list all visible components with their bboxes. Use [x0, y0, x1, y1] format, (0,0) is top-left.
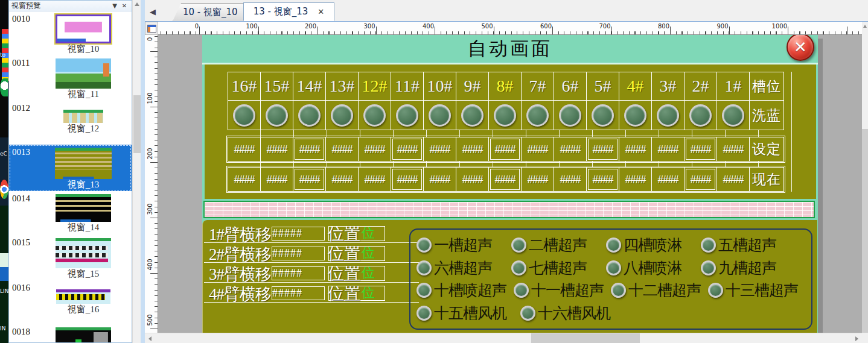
now-value-12[interactable]: ####	[619, 167, 652, 192]
indicator-lamp[interactable]	[416, 306, 432, 321]
indicator-lamp[interactable]	[416, 283, 432, 298]
slot-lamp-9[interactable]	[526, 104, 549, 127]
now-value-7[interactable]: ####	[456, 167, 489, 192]
slot-header-8[interactable]: 8#	[488, 72, 522, 101]
indicator-r2-c2[interactable]: 十二槽超声	[611, 280, 708, 300]
scroll-left-arrow-icon[interactable]	[148, 336, 152, 341]
window-thumbnail[interactable]	[56, 238, 111, 268]
scroll-up-arrow-icon[interactable]	[135, 2, 139, 6]
design-canvas[interactable]: 自动画面 ✕ 16#15#14#13#12#11#10#9#8#7#6#5#4#…	[158, 35, 862, 333]
sidebar-item-0010[interactable]: 0010視窗_10	[9, 11, 132, 55]
horizontal-scrollbar-thumb[interactable]	[531, 333, 640, 343]
set-value-2[interactable]: ####	[293, 137, 326, 162]
set-value-0[interactable]: ####	[228, 137, 261, 162]
set-value-13[interactable]: ####	[651, 137, 685, 162]
slot-header-12[interactable]: 12#	[358, 72, 391, 101]
slot-header-9[interactable]: 9#	[456, 72, 489, 101]
tab-0[interactable]: 10 - 視窗_10	[173, 3, 248, 21]
set-value-9[interactable]: ####	[521, 137, 554, 162]
slot-lamp-0[interactable]	[233, 104, 255, 127]
slot-header-3[interactable]: 3#	[651, 72, 685, 101]
set-value-7[interactable]: ####	[456, 137, 489, 162]
panel-close-icon[interactable]: ✕	[120, 2, 129, 9]
sidebar-scrollbar[interactable]	[132, 0, 141, 343]
sidebar-item-0015[interactable]: 0015視窗_15	[9, 235, 132, 280]
desktop-chrome-icon[interactable]	[0, 180, 8, 199]
indicator-lamp[interactable]	[611, 283, 626, 298]
set-value-14[interactable]: ####	[684, 137, 717, 162]
indicator-r1-c3[interactable]: 九槽超声	[701, 258, 796, 278]
slot-lamp-4[interactable]	[363, 104, 386, 127]
arm-position-display[interactable]: 位置位	[328, 226, 385, 241]
arm-value-display[interactable]: #####	[272, 266, 325, 280]
set-value-12[interactable]: ####	[619, 137, 652, 162]
sidebar-item-0013[interactable]: 0013視窗_13	[9, 145, 132, 191]
now-value-2[interactable]: ####	[293, 167, 326, 192]
set-value-11[interactable]: ####	[586, 137, 619, 162]
indicator-lamp[interactable]	[416, 260, 432, 275]
slot-header-15[interactable]: 15#	[260, 72, 293, 101]
arm-value-display[interactable]: #####	[272, 247, 325, 260]
window-thumbnail[interactable]	[56, 194, 111, 222]
set-value-8[interactable]: ####	[488, 137, 522, 162]
slot-lamp-5[interactable]	[396, 104, 418, 127]
indicator-lamp[interactable]	[708, 283, 723, 298]
indicator-r0-c3[interactable]: 五槽超声	[701, 235, 796, 255]
slot-lamp-12[interactable]	[624, 104, 646, 127]
desktop-green-app-icon[interactable]	[0, 78, 8, 96]
sidebar-item-0016[interactable]: 0016視窗_16	[9, 280, 132, 324]
window-thumbnail[interactable]	[63, 110, 103, 123]
panel-collapse-icon[interactable]: ▼	[110, 2, 120, 9]
slot-lamp-10[interactable]	[559, 104, 581, 127]
set-value-5[interactable]: ####	[391, 137, 424, 162]
indicator-lamp[interactable]	[520, 306, 535, 321]
slot-header-10[interactable]: 10#	[423, 72, 456, 101]
set-value-6[interactable]: ####	[423, 137, 456, 162]
window-thumbnail[interactable]	[56, 14, 111, 43]
slot-header-4[interactable]: 4#	[619, 72, 652, 101]
set-value-3[interactable]: ####	[325, 137, 359, 162]
indicator-lamp[interactable]	[511, 238, 526, 253]
slot-lamp-8[interactable]	[494, 104, 516, 127]
indicator-r2-c0[interactable]: 十槽喷超声	[416, 280, 514, 300]
window-thumbnail[interactable]	[55, 148, 112, 179]
slot-lamp-13[interactable]	[657, 104, 679, 127]
indicator-r2-c1[interactable]: 十一槽超声	[514, 280, 611, 300]
set-value-1[interactable]: ####	[260, 137, 293, 162]
pane-splitter[interactable]	[141, 0, 145, 343]
indicator-lamp[interactable]	[416, 238, 432, 253]
arm-value-display[interactable]: #####	[272, 227, 325, 241]
indicator-r0-c1[interactable]: 二槽超声	[511, 235, 606, 255]
slot-lamp-1[interactable]	[266, 104, 288, 127]
sidebar-item-0018[interactable]: 0018	[9, 324, 132, 343]
slot-header-2[interactable]: 2#	[684, 72, 717, 101]
window-thumbnail[interactable]	[56, 58, 111, 89]
now-value-13[interactable]: ####	[651, 167, 685, 192]
slot-lamp-2[interactable]	[298, 104, 321, 127]
now-value-3[interactable]: ####	[325, 167, 359, 192]
slot-header-5[interactable]: 5#	[586, 72, 619, 101]
now-value-0[interactable]: ####	[228, 167, 261, 192]
indicator-r0-c0[interactable]: 一槽超声	[416, 235, 511, 255]
indicator-lamp[interactable]	[511, 260, 526, 275]
set-value-10[interactable]: ####	[554, 137, 587, 162]
arm-value-display[interactable]: #####	[272, 286, 325, 300]
now-value-14[interactable]: ####	[684, 167, 717, 192]
indicator-r1-c1[interactable]: 七槽超声	[511, 258, 606, 278]
slot-header-14[interactable]: 14#	[293, 72, 326, 101]
now-value-11[interactable]: ####	[586, 167, 619, 192]
now-value-8[interactable]: ####	[488, 167, 522, 192]
slot-lamp-3[interactable]	[331, 104, 353, 127]
now-value-9[interactable]: ####	[521, 167, 554, 192]
slot-header-16[interactable]: 16#	[228, 72, 261, 101]
tab-close-icon[interactable]: ✕	[318, 7, 324, 16]
slot-lamp-11[interactable]	[592, 104, 614, 127]
indicator-lamp[interactable]	[701, 238, 716, 253]
slot-header-1[interactable]: 1#	[716, 72, 750, 101]
slot-header-11[interactable]: 11#	[391, 72, 424, 101]
indicator-lamp[interactable]	[514, 283, 529, 298]
indicator-r3-c1[interactable]: 十六槽风机	[520, 303, 624, 323]
tab-1[interactable]: 13 - 視窗_13✕	[243, 2, 335, 21]
sidebar-item-0012[interactable]: 0012視窗_12	[9, 101, 132, 145]
tab-scroll-back-icon[interactable]: ◀	[150, 7, 156, 16]
